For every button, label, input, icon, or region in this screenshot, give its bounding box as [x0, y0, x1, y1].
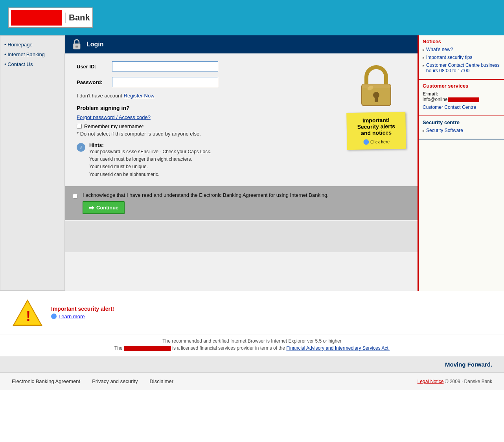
customer-services-section: Customer services E-mail: info@online Cu… — [419, 80, 504, 116]
act-link[interactable]: Financial Advisory and Intermediary Serv… — [286, 345, 390, 351]
problem-signing-title: Problem signing in? — [77, 105, 339, 111]
hint-1: Your password is cAse sEnsiTive - Check … — [89, 148, 212, 156]
learn-more-link[interactable]: Learn more — [59, 314, 85, 319]
form-section: User ID: Password: I don't have account … — [77, 61, 339, 178]
hints-title: Hints: — [89, 142, 104, 148]
footer-links: Electronic Banking Agreement Privacy and… — [12, 378, 173, 384]
alert-title: Important security alert! — [51, 306, 114, 312]
customer-contact-item: Customer Contact Centre — [423, 105, 500, 110]
licensed-suffix: is a licensed financial services provide… — [172, 345, 286, 351]
left-nav: Homepage Internet Banking Contact Us — [0, 35, 65, 291]
register-prefix: I don't have account — [77, 93, 124, 99]
svg-rect-1 — [75, 46, 78, 48]
password-input[interactable] — [112, 77, 218, 87]
contact-centre-item: ▸ Customer Contact Centre business hours… — [423, 62, 500, 73]
security-tips-link[interactable]: Important security tips — [426, 55, 472, 60]
userid-row: User ID: — [77, 61, 339, 72]
email-redacted — [448, 97, 479, 102]
sticky-line2: Security alerts — [351, 123, 401, 130]
sidebar-item-homepage[interactable]: Homepage — [0, 40, 64, 50]
userid-label: User ID: — [77, 64, 112, 70]
acknowledgement-bar: I acknowledge that I have read and under… — [65, 186, 418, 220]
bullet-icon: ▸ — [423, 48, 425, 52]
whats-new-link[interactable]: What's new? — [426, 47, 453, 52]
legal-notice-link[interactable]: Legal Notice — [418, 379, 444, 384]
security-tips-item: ▸ Important security tips — [423, 55, 500, 60]
right-graphic: Important! Security alerts and notices C… — [347, 65, 406, 178]
licensed-prefix: The — [114, 345, 124, 351]
svg-text:!: ! — [26, 308, 31, 324]
sidebar-item-internet-banking[interactable]: Internet Banking — [0, 50, 64, 59]
sticky-click-row: Click here — [351, 139, 401, 145]
learn-more-icon — [51, 314, 57, 319]
browser-note: The recommended and certified Internet B… — [12, 338, 492, 344]
licensed-redacted — [124, 346, 171, 351]
customer-services-title: Customer services — [423, 83, 500, 89]
lock-icon — [71, 39, 83, 50]
moving-forward-text: Moving Forward. — [445, 361, 492, 368]
moving-forward-bar: Moving Forward. — [0, 356, 504, 372]
continue-button[interactable]: ➡ Continue — [83, 201, 125, 214]
continue-label: Continue — [96, 205, 118, 211]
customer-contact-link[interactable]: Customer Contact Centre — [423, 105, 476, 110]
security-centre-title: Security centre — [423, 119, 500, 125]
ack-content: I acknowledge that I have read and under… — [83, 192, 329, 214]
login-title: Login — [86, 41, 104, 48]
bullet-icon: ▸ — [423, 63, 425, 68]
ack-text: I acknowledge that I have read and under… — [83, 192, 329, 198]
hint-4: Your userid can be alphanumeric. — [89, 171, 212, 178]
security-software-link[interactable]: Security Software — [426, 128, 463, 133]
footer-link-privacy[interactable]: Privacy and security — [92, 378, 138, 384]
email-label: E-mail: — [423, 91, 438, 97]
center-content: Login User ID: Password: I don't have ac… — [65, 35, 418, 291]
bottom-alert-section: ! Important security alert! Learn more — [0, 291, 504, 334]
click-icon — [363, 139, 369, 145]
bank-name: Bank — [65, 13, 90, 23]
remember-label: Remember my username* — [84, 123, 144, 129]
learn-more-row: Learn more — [51, 314, 114, 319]
whats-new-item: ▸ What's new? — [423, 47, 500, 52]
sidebar-item-contact-us[interactable]: Contact Us — [0, 59, 64, 69]
remember-checkbox[interactable] — [77, 124, 82, 129]
register-link-row: I don't have account Register Now — [77, 93, 339, 99]
gray-spacer — [65, 221, 418, 252]
sticky-line3: and notices — [351, 129, 401, 136]
click-here-text: Click here — [370, 139, 390, 144]
login-body: User ID: Password: I don't have account … — [65, 53, 418, 186]
copyright-text: © 2009 · Danske Bank — [445, 379, 492, 384]
contact-centre-link[interactable]: Customer Contact Centre business hours 0… — [426, 62, 500, 73]
password-row: Password: — [77, 77, 339, 87]
padlock-image — [359, 65, 394, 108]
hint-2: Your userid must be longer than eight ch… — [89, 156, 212, 163]
hint-3: Your userid must be unique. — [89, 163, 212, 171]
email-value: info@online — [423, 97, 448, 102]
main-layout: Homepage Internet Banking Contact Us Log… — [0, 35, 504, 291]
email-block: E-mail: info@online — [423, 91, 479, 102]
notices-section: Notices ▸ What's new? ▸ Important securi… — [419, 35, 504, 80]
hints-section: i Hints: Your password is cAse sEnsiTive… — [77, 142, 339, 178]
no-select-note: * Do not select if this computer is used… — [77, 131, 339, 137]
ack-checkbox[interactable] — [73, 194, 78, 199]
email-row: E-mail: info@online — [423, 91, 500, 102]
arrow-icon: ➡ — [89, 204, 94, 211]
login-header: Login — [65, 35, 418, 53]
disclaimer-bar: The recommended and certified Internet B… — [0, 334, 504, 356]
userid-input[interactable] — [112, 61, 218, 72]
forgot-password-link[interactable]: Forgot password / Access code? — [77, 114, 151, 120]
svg-rect-3 — [362, 84, 391, 88]
page-header: Bank — [0, 0, 504, 35]
sticky-note[interactable]: Important! Security alerts and notices C… — [346, 112, 406, 150]
forgot-link-row: Forgot password / Access code? — [77, 114, 339, 120]
logo-box: Bank — [8, 7, 93, 28]
hints-text: Hints: Your password is cAse sEnsiTive -… — [89, 142, 212, 178]
password-label: Password: — [77, 79, 112, 85]
svg-rect-5 — [375, 97, 378, 102]
register-now-link[interactable]: Register Now — [124, 93, 155, 99]
security-centre-section: Security centre ▸ Security Software — [419, 116, 504, 139]
svg-point-4 — [373, 92, 379, 98]
footer-link-disclaimer[interactable]: Disclaimer — [149, 378, 173, 384]
footer-link-eba[interactable]: Electronic Banking Agreement — [12, 378, 80, 384]
notices-title: Notices — [423, 39, 500, 44]
bullet-icon: ▸ — [423, 128, 425, 133]
warning-triangle-icon: ! — [12, 299, 43, 326]
